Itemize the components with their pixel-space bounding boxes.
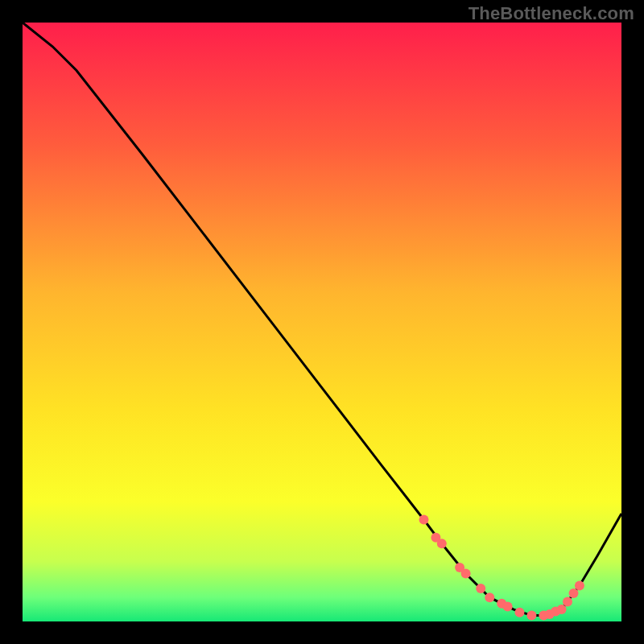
highlight-dot — [461, 569, 471, 579]
highlight-dot — [437, 539, 447, 548]
highlight-dot — [515, 608, 525, 617]
highlight-dot — [485, 592, 494, 602]
highlight-dot — [569, 588, 579, 598]
highlight-dot — [526, 611, 536, 621]
highlight-dot — [503, 601, 513, 611]
gradient-background — [23, 23, 621, 621]
chart-frame: TheBottleneck.com — [0, 0, 644, 644]
watermark-text: TheBottleneck.com — [469, 3, 634, 24]
highlight-dot — [476, 584, 485, 593]
highlight-dot — [419, 515, 429, 525]
bottleneck-chart — [23, 23, 621, 621]
highlight-dot — [557, 605, 567, 614]
highlight-dot — [575, 580, 584, 590]
highlight-dot — [563, 597, 572, 606]
